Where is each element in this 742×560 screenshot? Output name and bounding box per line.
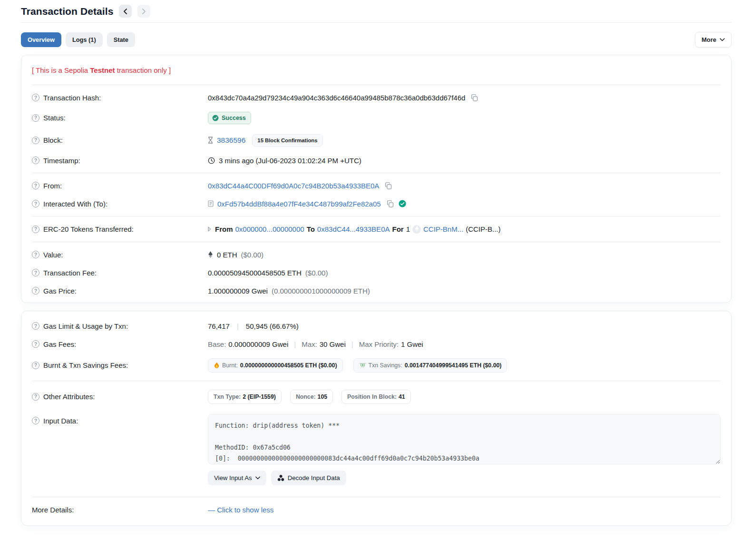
erc20-transfers-label: ERC-20 Tokens Transferred: — [43, 225, 134, 233]
help-icon[interactable] — [32, 157, 39, 164]
help-icon[interactable] — [32, 393, 39, 401]
erc20-amount: 1 — [406, 225, 410, 233]
timestamp-value: 3 mins ago (Jul-06-2023 01:02:24 PM +UTC… — [219, 157, 361, 165]
max-fee-value: 30 Gwei — [320, 340, 346, 348]
eth-diamond-icon — [208, 251, 213, 258]
help-icon[interactable] — [32, 114, 39, 122]
gas-usage-value: 50,945 (66.67%) — [246, 322, 299, 330]
overview-card: [ This is a Sepolia Testnet transaction … — [21, 55, 732, 303]
header-divider — [21, 22, 732, 23]
erc20-transfers-row: ERC-20 Tokens Transferred: From 0x000000… — [32, 220, 721, 238]
erc20-token-link[interactable]: CCIP-BnM... — [423, 225, 463, 233]
next-transaction-button[interactable] — [137, 5, 150, 18]
gas-fees-label: Gas Fees: — [43, 340, 76, 348]
max-priority-fee-label: Max Priority: — [359, 340, 399, 348]
input-data-textarea[interactable]: Function: drip(address token) *** Method… — [208, 414, 721, 464]
txn-type-label: Txn Type: — [214, 393, 241, 400]
testnet-notice-suffix: transaction only ] — [115, 66, 171, 74]
more-button-label: More — [702, 36, 716, 43]
from-address-link[interactable]: 0x83dC44a4C00DFf69d0A0c7c94B20b53a4933BE… — [208, 182, 379, 190]
tabs-bar: Overview Logs (1) State More — [21, 32, 732, 48]
divider — [32, 242, 721, 242]
chevron-down-icon — [720, 38, 725, 41]
gas-price-eth: (0.000000001000000009 ETH) — [272, 287, 370, 295]
testnet-notice-prefix: [ This is a Sepolia — [32, 66, 90, 74]
transaction-hash-row: Transaction Hash: 0x843dc70a4a29d79234c4… — [32, 88, 721, 107]
tab-logs[interactable]: Logs (1) — [66, 32, 103, 47]
help-icon[interactable] — [32, 251, 39, 258]
status-row: Status: Success — [32, 107, 721, 129]
transaction-fee-usd: ($0.00) — [305, 269, 328, 277]
help-icon[interactable] — [32, 417, 39, 424]
from-row: From: 0x83dC44a4C00DFf69d0A0c7c94B20b53a… — [32, 177, 721, 195]
flame-icon — [214, 362, 220, 369]
help-icon[interactable] — [32, 200, 39, 207]
click-to-show-less-link[interactable]: — Click to show less — [208, 506, 273, 514]
help-icon[interactable] — [32, 340, 39, 348]
txn-savings-badge: Txn Savings: 0.001477404999541495 ETH ($… — [353, 358, 508, 373]
gas-limit-value: 76,417 — [208, 322, 230, 330]
status-badge: Success — [208, 112, 251, 124]
more-details-row: More Details: — Click to show less — [32, 501, 721, 519]
more-details-label: More Details: — [32, 506, 74, 514]
other-attributes-row: Other Attributes: Txn Type: 2 (EIP-1559)… — [32, 384, 721, 409]
to-address-link[interactable]: 0xFd57b4ddBf88a4e07fF4e34C487b99af2Fe82a… — [217, 200, 381, 208]
copy-to-address-button[interactable] — [387, 200, 394, 207]
erc20-from-address-link[interactable]: 0x000000...00000000 — [235, 225, 304, 233]
help-icon[interactable] — [32, 269, 39, 276]
view-input-as-button[interactable]: View Input As — [208, 471, 266, 485]
txn-savings-label: Txn Savings: — [369, 362, 402, 369]
block-confirmations-badge: 15 Block Confirmations — [252, 134, 322, 147]
divider — [32, 216, 721, 216]
prev-transaction-button[interactable] — [119, 5, 132, 18]
eth-token-icon — [412, 225, 421, 234]
position-in-block-label: Position In Block: — [347, 393, 397, 400]
help-icon[interactable] — [32, 182, 39, 189]
help-icon[interactable] — [32, 226, 39, 233]
nonce-badge: Nonce: 105 — [290, 390, 333, 404]
copy-from-address-button[interactable] — [385, 182, 392, 189]
verified-check-circle-icon — [399, 200, 406, 207]
caret-right-icon — [208, 226, 211, 232]
page-header: Transaction Details — [21, 3, 732, 22]
tab-overview[interactable]: Overview — [21, 32, 61, 47]
help-icon[interactable] — [32, 322, 39, 330]
timestamp-row: Timestamp: 3 mins ago (Jul-06-2023 01:02… — [32, 151, 721, 169]
more-button[interactable]: More — [695, 32, 732, 48]
chevron-down-icon — [255, 476, 260, 480]
erc20-to-address-link[interactable]: 0x83dC44...4933BE0A — [317, 225, 390, 233]
decode-input-data-button[interactable]: Decode Input Data — [271, 471, 346, 485]
tab-state[interactable]: State — [107, 32, 135, 47]
transaction-fee-amount: 0.000050945000458505 ETH — [208, 269, 302, 277]
blocks-icon — [277, 474, 284, 481]
help-icon[interactable] — [32, 94, 39, 101]
base-fee-label: Base: — [208, 340, 226, 348]
nonce-value: 105 — [318, 393, 328, 400]
copy-transaction-hash-button[interactable] — [471, 94, 478, 101]
input-data-label: Input Data: — [43, 417, 78, 425]
separator — [291, 340, 299, 348]
max-fee-label: Max: — [302, 340, 317, 348]
help-icon[interactable] — [32, 137, 39, 144]
block-label: Block: — [43, 136, 63, 144]
input-data-row: Input Data: Function: drip(address token… — [32, 409, 721, 490]
gas-limit-row: Gas Limit & Usage by Txn: 76,417 50,945 … — [32, 317, 721, 335]
divider — [32, 173, 721, 173]
view-input-as-label: View Input As — [214, 474, 252, 481]
help-icon[interactable] — [32, 362, 39, 369]
value-usd: ($0.00) — [241, 251, 264, 259]
gas-limit-label: Gas Limit & Usage by Txn: — [43, 322, 128, 330]
money-wings-icon — [359, 362, 366, 368]
from-label: From: — [43, 182, 62, 190]
status-value: Success — [222, 115, 246, 121]
block-number-link[interactable]: 3836596 — [217, 136, 245, 145]
testnet-notice-bold: Testnet — [90, 66, 115, 74]
position-in-block-badge: Position In Block: 41 — [342, 390, 411, 404]
gas-fees-row: Gas Fees: Base: 0.000000009 Gwei Max: 30… — [32, 335, 721, 353]
divider — [32, 381, 721, 381]
burnt-value: 0.000000000000458505 ETH ($0.00) — [240, 362, 337, 369]
copy-icon — [385, 182, 392, 189]
erc20-to-label: To — [307, 225, 315, 233]
transaction-hash-label: Transaction Hash: — [43, 94, 101, 102]
help-icon[interactable] — [32, 287, 39, 295]
